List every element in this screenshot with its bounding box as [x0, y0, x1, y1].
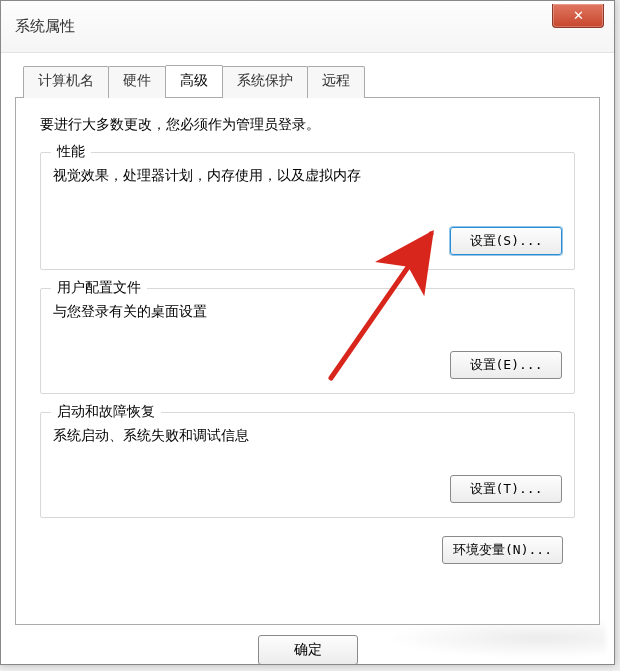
admin-note: 要进行大多数更改，您必须作为管理员登录。 [40, 116, 575, 134]
titlebar: 系统属性 ✕ [1, 1, 614, 53]
dialog-body: 计算机名 硬件 高级 系统保护 远程 要进行大多数更改，您必须作为管理员登录。 … [1, 53, 614, 671]
tabpanel-advanced: 要进行大多数更改，您必须作为管理员登录。 性能 视觉效果，处理器计划，内存使用，… [15, 97, 600, 625]
group-performance: 性能 视觉效果，处理器计划，内存使用，以及虚拟内存 设置(S)... [40, 152, 575, 270]
close-button[interactable]: ✕ [552, 4, 604, 28]
close-icon: ✕ [573, 8, 584, 23]
tab-hardware[interactable]: 硬件 [108, 66, 166, 98]
environment-variables-button[interactable]: 环境变量(N)... [442, 536, 563, 564]
system-properties-dialog: 系统属性 ✕ 计算机名 硬件 高级 系统保护 远程 要进行大多数更改，您必须作为… [0, 0, 615, 665]
tab-remote[interactable]: 远程 [307, 66, 365, 98]
ok-button[interactable]: 确定 [258, 635, 358, 665]
group-user-profiles-desc: 与您登录有关的桌面设置 [53, 303, 562, 321]
tabstrip: 计算机名 硬件 高级 系统保护 远程 [15, 65, 600, 97]
window-title: 系统属性 [15, 17, 75, 36]
group-startup-recovery-desc: 系统启动、系统失败和调试信息 [53, 427, 562, 445]
group-user-profiles: 用户配置文件 与您登录有关的桌面设置 设置(E)... [40, 288, 575, 394]
tab-computer-name[interactable]: 计算机名 [23, 66, 109, 98]
group-user-profiles-title: 用户配置文件 [51, 279, 147, 297]
tab-system-protection[interactable]: 系统保护 [222, 66, 308, 98]
group-performance-title: 性能 [51, 143, 91, 161]
group-startup-recovery-title: 启动和故障恢复 [51, 403, 161, 421]
group-performance-desc: 视觉效果，处理器计划，内存使用，以及虚拟内存 [53, 167, 562, 185]
group-startup-recovery: 启动和故障恢复 系统启动、系统失败和调试信息 设置(T)... [40, 412, 575, 518]
startup-settings-button[interactable]: 设置(T)... [450, 475, 562, 503]
performance-settings-button[interactable]: 设置(S)... [450, 227, 562, 255]
profiles-settings-button[interactable]: 设置(E)... [450, 351, 562, 379]
tab-advanced[interactable]: 高级 [165, 65, 223, 97]
